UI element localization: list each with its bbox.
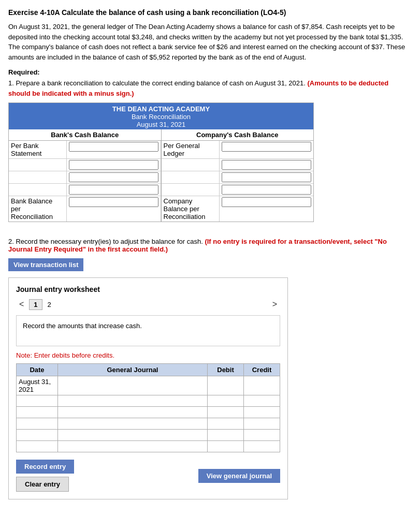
recon-left-label-1: Per Bank Statement (9, 141, 67, 158)
recon-left-row-4 (9, 184, 161, 196)
recon-left-input-1[interactable] (69, 142, 158, 152)
journal-credit-cell-5[interactable] (244, 430, 280, 441)
journal-date-cell: August 31, 2021 (17, 376, 58, 395)
journal-credit-cell-2[interactable] (244, 395, 280, 407)
recon-right-row-3 (162, 171, 314, 184)
journal-credit-input-5[interactable] (246, 431, 278, 439)
journal-debit-cell-4[interactable] (208, 418, 244, 430)
recon-right-row-2 (162, 159, 314, 171)
journal-debit-cell-2[interactable] (208, 395, 244, 407)
page-2-link[interactable]: 2 (45, 300, 54, 310)
recon-left-input-3[interactable] (69, 172, 158, 182)
recon-header: THE DEAN ACTING ACADEMY Bank Reconciliat… (9, 103, 313, 129)
journal-gj-cell-1[interactable] (58, 376, 208, 395)
reconciliation-table: THE DEAN ACTING ACADEMY Bank Reconciliat… (8, 102, 314, 222)
journal-debit-input-2[interactable] (210, 397, 241, 405)
journal-gj-input-3[interactable] (60, 408, 205, 416)
left-buttons: Record entry Clear entry (16, 460, 74, 492)
journal-debit-cell-1[interactable] (208, 376, 244, 395)
journal-credit-input-4[interactable] (246, 420, 278, 428)
journal-debit-cell-6[interactable] (208, 441, 244, 452)
recon-right-label-1: Per General Ledger (162, 141, 220, 158)
recon-right-input-2[interactable] (222, 160, 311, 170)
recon-left-bottom-label: Bank Balance per Reconciliation (9, 196, 67, 222)
recon-left-col: Per Bank Statement Bank Balance per Reco… (9, 141, 162, 222)
journal-credit-cell-4[interactable] (244, 418, 280, 430)
th-debit: Debit (208, 364, 244, 376)
recon-right-value-1[interactable] (220, 141, 313, 158)
instruction-text: Record the amounts that increase cash. (23, 322, 142, 330)
required-1-text: 1. Prepare a bank reconciliation to calc… (8, 79, 306, 87)
recon-left-row-3 (9, 171, 161, 184)
journal-date-cell-6 (17, 441, 58, 452)
journal-gj-input-6[interactable] (60, 443, 205, 450)
recon-left-input-4[interactable] (69, 185, 158, 195)
th-credit: Credit (244, 364, 280, 376)
journal-gj-input-1[interactable] (60, 382, 205, 390)
journal-debit-input-6[interactable] (210, 443, 241, 450)
view-general-journal-button[interactable]: View general journal (198, 469, 280, 483)
journal-debit-cell-3[interactable] (208, 407, 244, 418)
recon-right-input-4[interactable] (222, 185, 311, 195)
recon-left-value-3[interactable] (67, 171, 161, 183)
recon-date: August 31, 2021 (10, 121, 312, 128)
record-entry-button[interactable]: Record entry (16, 460, 74, 474)
journal-gj-cell-4[interactable] (58, 418, 208, 430)
recon-left-bottom-input[interactable] (69, 197, 158, 207)
recon-right-input-1[interactable] (222, 142, 311, 152)
required-item-1: 1. Prepare a bank reconciliation to calc… (8, 78, 412, 98)
recon-left-value-1[interactable] (67, 141, 161, 158)
journal-debit-input-1[interactable] (210, 382, 241, 390)
journal-date-cell-2 (17, 395, 58, 407)
journal-gj-input-2[interactable] (60, 397, 205, 405)
recon-left-row-2 (9, 159, 161, 171)
recon-left-value-4[interactable] (67, 184, 161, 196)
recon-company-name: THE DEAN ACTING ACADEMY (10, 105, 312, 113)
journal-gj-cell-5[interactable] (58, 430, 208, 441)
journal-gj-input-5[interactable] (60, 431, 205, 439)
recon-right-label-3 (162, 171, 220, 183)
recon-left-value-2[interactable] (67, 159, 161, 171)
recon-body: Per Bank Statement Bank Balance per Reco… (9, 141, 313, 222)
journal-worksheet-title: Journal entry worksheet (16, 285, 280, 293)
journal-credit-cell-1[interactable] (244, 376, 280, 395)
recon-right-value-3[interactable] (220, 171, 313, 183)
recon-left-label-4 (9, 184, 67, 196)
clear-entry-button[interactable]: Clear entry (16, 477, 69, 492)
journal-credit-cell-3[interactable] (244, 407, 280, 418)
recon-right-value-4[interactable] (220, 184, 313, 196)
journal-date-cell-4 (17, 418, 58, 430)
journal-credit-input-2[interactable] (246, 397, 278, 405)
journal-table: Date General Journal Debit Credit August… (16, 363, 280, 452)
prev-page-arrow[interactable]: < (16, 299, 27, 310)
journal-debit-input-5[interactable] (210, 431, 241, 439)
next-page-arrow[interactable]: > (269, 299, 280, 310)
recon-right-header: Company's Cash Balance (162, 129, 314, 140)
page-title: Exercise 4-10A Calculate the balance of … (8, 8, 412, 17)
recon-left-bottom-value[interactable] (67, 196, 161, 222)
recon-left-row-1: Per Bank Statement (9, 141, 161, 159)
recon-right-value-2[interactable] (220, 159, 313, 171)
th-general-journal: General Journal (58, 364, 208, 376)
recon-right-bottom-label: Company Balance per Reconciliation (162, 196, 220, 222)
journal-gj-cell-2[interactable] (58, 395, 208, 407)
recon-right-input-3[interactable] (222, 172, 311, 182)
recon-left-input-2[interactable] (69, 160, 158, 170)
recon-right-bottom-input[interactable] (222, 197, 311, 207)
journal-credit-input-3[interactable] (246, 408, 278, 416)
view-transaction-button[interactable]: View transaction list (8, 258, 83, 271)
journal-credit-input-6[interactable] (246, 443, 278, 450)
journal-row-3 (17, 407, 280, 418)
journal-gj-cell-3[interactable] (58, 407, 208, 418)
journal-debit-input-4[interactable] (210, 420, 241, 428)
journal-debit-input-3[interactable] (210, 408, 241, 416)
th-date: Date (17, 364, 58, 376)
journal-debit-cell-5[interactable] (208, 430, 244, 441)
recon-right-bottom-value[interactable] (220, 196, 313, 222)
recon-right-label-4 (162, 184, 220, 196)
journal-credit-input-1[interactable] (246, 382, 278, 390)
journal-nav: < 1 2 > (16, 299, 280, 310)
journal-gj-input-4[interactable] (60, 420, 205, 428)
journal-credit-cell-6[interactable] (244, 441, 280, 452)
journal-gj-cell-6[interactable] (58, 441, 208, 452)
